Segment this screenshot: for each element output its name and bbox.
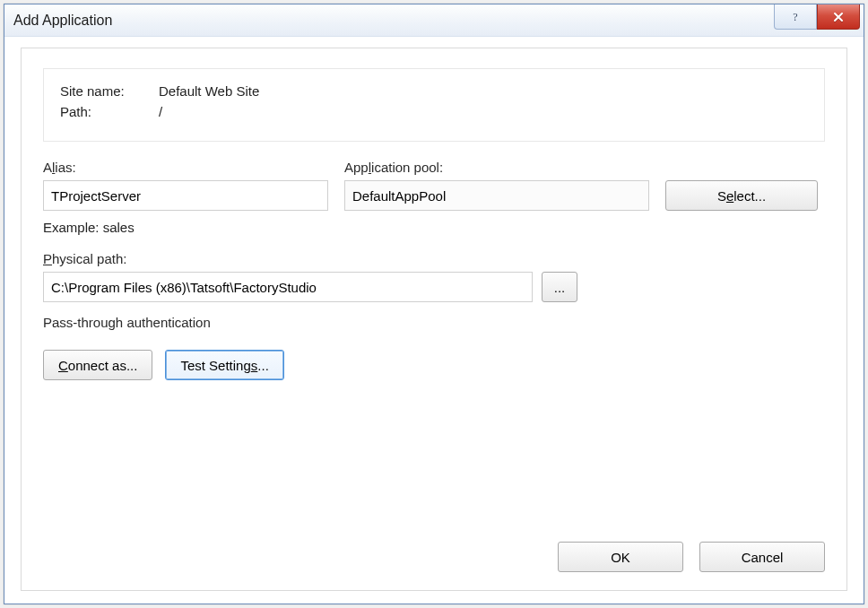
dialog-window: Add Application ? Site name: Default Web… (4, 4, 864, 604)
select-button[interactable]: Select... (665, 180, 818, 211)
physical-path-row: ... (43, 272, 825, 302)
physical-path-input[interactable] (43, 272, 533, 302)
alias-pool-row: Alias: Application pool: Select... (43, 160, 825, 211)
dialog-footer: OK Cancel (558, 542, 825, 572)
dialog-content: Site name: Default Web Site Path: / Alia… (21, 48, 847, 591)
window-title: Add Application (13, 13, 112, 29)
titlebar-buttons: ? (774, 4, 864, 36)
physical-path-label: Physical path: (43, 251, 825, 266)
help-icon: ? (789, 11, 802, 23)
alias-hint: Example: sales (43, 220, 825, 235)
apppool-label: Application pool: (344, 160, 649, 175)
test-settings-button[interactable]: Test Settings... (165, 350, 283, 380)
close-icon (832, 11, 845, 23)
alias-input[interactable] (43, 180, 328, 211)
auth-button-row: Connect as... Test Settings... (43, 350, 825, 380)
svg-text:?: ? (793, 11, 797, 23)
browse-button[interactable]: ... (542, 272, 577, 302)
help-button[interactable]: ? (774, 4, 817, 30)
cancel-button[interactable]: Cancel (699, 542, 825, 572)
site-info-box: Site name: Default Web Site Path: / (43, 68, 825, 142)
path-value: / (159, 104, 162, 119)
auth-label: Pass-through authentication (43, 315, 825, 330)
ok-button[interactable]: OK (558, 542, 683, 572)
close-button[interactable] (817, 4, 860, 30)
titlebar: Add Application ? (4, 4, 864, 37)
apppool-input[interactable] (344, 180, 649, 211)
alias-label: Alias: (43, 160, 328, 175)
sitename-label: Site name: (60, 83, 159, 99)
sitename-value: Default Web Site (159, 83, 259, 99)
path-label: Path: (60, 104, 159, 119)
connect-as-button[interactable]: Connect as... (43, 350, 152, 380)
